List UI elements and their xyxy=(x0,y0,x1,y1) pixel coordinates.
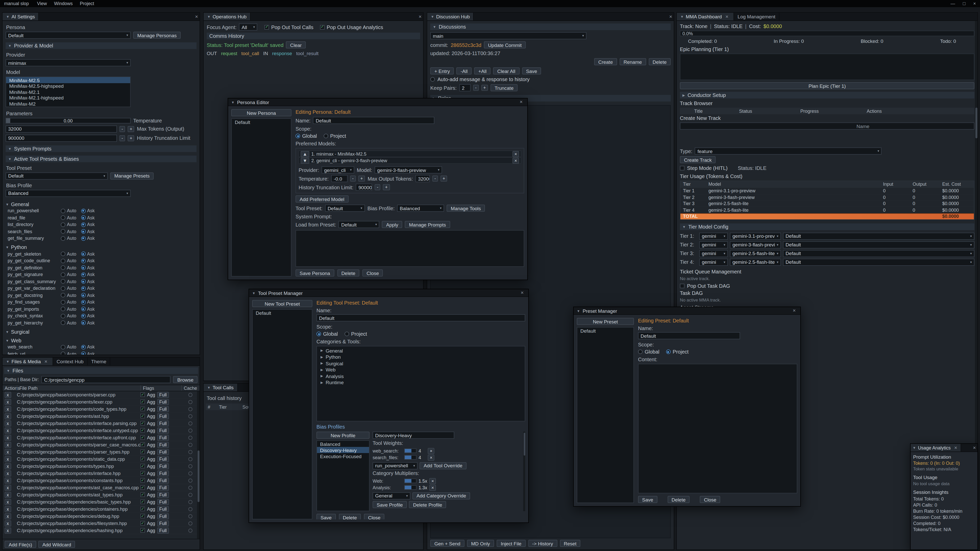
new-tool-preset-button[interactable]: New Tool Preset xyxy=(252,300,312,307)
remove-file-button[interactable]: x xyxy=(5,506,11,512)
manage-tools-button[interactable]: Manage Tools xyxy=(447,205,485,212)
agg-checkbox[interactable]: ✓ xyxy=(140,528,145,533)
remove-file-button[interactable]: x xyxy=(5,477,11,483)
scope-option[interactable]: Global xyxy=(317,331,338,337)
remove-multiplier-button[interactable]: × xyxy=(429,484,436,491)
agg-checkbox[interactable]: ✓ xyxy=(140,507,145,511)
reorder-button[interactable]: ▼ xyxy=(301,157,309,164)
profile-name-input[interactable]: Discovery-Heavy xyxy=(372,432,454,439)
decrement-button[interactable]: - xyxy=(119,135,125,141)
auto-radio[interactable] xyxy=(61,293,65,298)
auto-radio[interactable] xyxy=(61,314,65,318)
bias-profile-list[interactable]: BalancedDiscovery-HeavyExecution-Focused xyxy=(317,440,369,511)
persona-list[interactable]: Default xyxy=(231,118,291,276)
bias-profile-list-item[interactable]: Balanced xyxy=(317,441,369,447)
increment-button[interactable]: + xyxy=(358,176,365,182)
scope-option[interactable]: Project xyxy=(324,133,346,139)
remove-file-button[interactable]: x xyxy=(5,463,11,469)
scope-radio[interactable] xyxy=(317,332,321,336)
load-preset-select[interactable]: Default▾ xyxy=(339,221,380,228)
tool-preset-footer-button[interactable]: Delete xyxy=(339,514,361,519)
tier-provider-select[interactable]: gemini▾ xyxy=(699,250,728,257)
ask-radio[interactable] xyxy=(81,314,86,318)
full-button[interactable]: Full xyxy=(157,406,169,412)
discussion-manage-button[interactable]: Create xyxy=(594,58,617,65)
new-persona-button[interactable]: New Persona xyxy=(231,109,291,116)
persona-list-item[interactable]: Default xyxy=(232,119,291,125)
tab-files-media[interactable]: ▼ Files & Media × xyxy=(3,358,53,365)
agg-checkbox[interactable]: ✓ xyxy=(140,392,145,397)
scope-radio[interactable] xyxy=(638,349,643,354)
files-scrollbar[interactable] xyxy=(197,391,200,539)
auto-radio[interactable] xyxy=(61,321,65,325)
category-tree-item[interactable]: ▶ Python xyxy=(317,354,525,360)
multiplier-slider[interactable] xyxy=(404,478,417,483)
remove-file-button[interactable]: x xyxy=(5,434,11,441)
full-button[interactable]: Full xyxy=(157,477,169,483)
auto-radio[interactable] xyxy=(61,307,65,311)
apply-button[interactable]: Apply xyxy=(382,221,402,228)
scope-option[interactable]: Project xyxy=(666,349,689,354)
add-preferred-model-button[interactable]: Add Preferred Model xyxy=(296,195,348,203)
close-panel-icon[interactable]: × xyxy=(971,445,977,450)
agg-checkbox[interactable]: ✓ xyxy=(140,449,145,454)
bias-editor-scrollbar[interactable] xyxy=(523,432,525,511)
preset-footer-button[interactable]: Close xyxy=(700,496,721,503)
auto-radio[interactable] xyxy=(61,222,65,227)
weight-slider[interactable] xyxy=(404,455,417,460)
tool-preset-footer-button[interactable]: Close xyxy=(364,514,385,519)
ask-radio[interactable] xyxy=(81,265,86,270)
entry-button[interactable]: +All xyxy=(474,67,490,75)
close-panel-icon[interactable]: × xyxy=(668,14,674,19)
agg-checkbox[interactable]: ✓ xyxy=(140,514,145,518)
composer-button[interactable]: MD Only xyxy=(467,540,494,547)
scope-option[interactable]: Global xyxy=(296,133,317,139)
menu-item[interactable]: View xyxy=(37,1,47,6)
ask-radio[interactable] xyxy=(81,272,86,277)
bias-profile-select[interactable]: Balanced ▾ xyxy=(6,189,130,197)
increment-button[interactable]: + xyxy=(127,135,135,141)
remove-file-button[interactable]: x xyxy=(5,441,11,448)
menu-item[interactable]: Windows xyxy=(54,1,73,6)
manage-prompts-button[interactable]: Manage Prompts xyxy=(405,221,450,228)
popout-checkbox[interactable]: ✓ xyxy=(320,25,325,29)
auto-radio[interactable] xyxy=(61,345,65,349)
focus-agent-select[interactable]: All ▾ xyxy=(239,24,258,30)
agg-checkbox[interactable]: ✓ xyxy=(140,421,145,426)
ask-radio[interactable] xyxy=(81,222,86,227)
auto-radio[interactable] xyxy=(61,252,65,256)
tool-preset-footer-button[interactable]: Save xyxy=(317,514,336,519)
auto-radio[interactable] xyxy=(61,259,65,263)
ask-radio[interactable] xyxy=(81,321,86,325)
category-tree-item[interactable]: ▶ Surgical xyxy=(317,360,525,367)
composer-button[interactable]: Reset xyxy=(560,540,581,547)
categories-tree[interactable]: ▶ General ▶ Python ▶ Surgical xyxy=(317,346,525,421)
ask-radio[interactable] xyxy=(81,259,86,263)
tool-preset-name-input[interactable]: Default xyxy=(317,314,525,321)
bias-profile-list-item[interactable]: Discovery-Heavy xyxy=(317,447,369,453)
remove-file-button[interactable]: x xyxy=(5,406,11,412)
model-option[interactable]: MiniMax-M2.1-highspeed xyxy=(6,95,130,100)
category-tree-item[interactable]: ▶ General xyxy=(317,348,525,354)
category-tree-item[interactable]: ▶ Web xyxy=(317,367,525,373)
track-type-select[interactable]: feature ▾ xyxy=(695,148,882,155)
delete-profile-button[interactable]: Delete Profile xyxy=(409,501,446,508)
preset-list-item[interactable]: Default xyxy=(577,327,633,333)
popout-checkbox[interactable]: ✓ xyxy=(265,25,269,29)
tier-provider-select[interactable]: gemini▾ xyxy=(699,232,728,240)
agg-checkbox[interactable]: ✓ xyxy=(140,428,145,433)
remove-file-button[interactable]: x xyxy=(5,499,11,505)
manage-personas-button[interactable]: Manage Personas xyxy=(133,32,181,39)
entry-button[interactable]: Save xyxy=(522,67,541,75)
scope-radio[interactable] xyxy=(666,349,671,354)
auto-radio[interactable] xyxy=(61,352,65,355)
full-button[interactable]: Full xyxy=(157,499,169,505)
remove-weight-button[interactable]: × xyxy=(428,448,434,454)
model-option[interactable]: MiniMax-M2.5 xyxy=(6,77,130,83)
entry-button[interactable]: Clear All xyxy=(493,67,519,75)
tier-preset-select[interactable]: Default▾ xyxy=(783,241,974,248)
comms-history-button[interactable]: Comms History xyxy=(207,33,420,39)
tool-override-select[interactable]: run_powershell▾ xyxy=(372,462,417,469)
keep-pairs-input[interactable]: 2 xyxy=(459,84,470,91)
composer-button[interactable]: -> History xyxy=(528,540,557,547)
